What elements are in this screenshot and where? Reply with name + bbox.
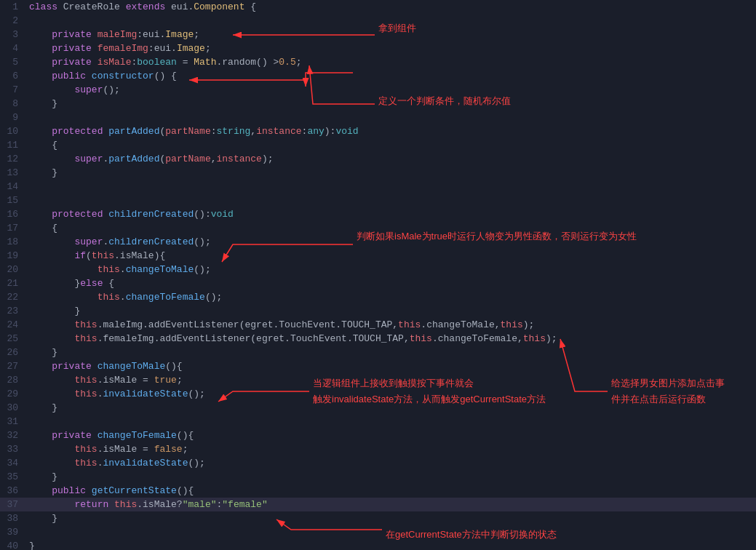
code-line: 22 this.changeToFemale();: [0, 290, 756, 304]
line-number: 28: [0, 373, 25, 387]
line-number: 34: [0, 456, 25, 470]
line-content: }: [25, 470, 756, 484]
code-line: 17 {: [0, 221, 756, 235]
line-number: 6: [0, 69, 25, 83]
code-line: 38 }: [0, 511, 756, 525]
code-line: 13 }: [0, 166, 756, 180]
code-line: 36 public getCurrentState(){: [0, 484, 756, 498]
code-line: 40}: [0, 539, 756, 550]
line-number: 31: [0, 415, 25, 429]
line-number: 9: [0, 111, 25, 124]
code-line: 33 this.isMale = false;: [0, 442, 756, 456]
line-content: this.changeToFemale();: [25, 290, 756, 304]
code-line: 28 this.isMale = true;: [0, 373, 756, 387]
code-line: 8 }: [0, 97, 756, 111]
line-number: 26: [0, 346, 25, 359]
code-line: 5 private isMale:boolean = Math.random()…: [0, 55, 756, 69]
line-content: if(this.isMale){: [25, 249, 756, 263]
line-number: 37: [0, 498, 25, 511]
code-line: 23 }: [0, 304, 756, 318]
code-line: 16 protected childrenCreated():void: [0, 207, 756, 221]
line-content: }: [25, 401, 756, 415]
line-number: 14: [0, 180, 25, 194]
line-number: 10: [0, 124, 25, 138]
code-line: 9: [0, 111, 756, 124]
line-number: 29: [0, 387, 25, 401]
line-content: this.isMale = false;: [25, 442, 756, 456]
code-line: 14: [0, 180, 756, 194]
line-content: }: [25, 511, 756, 525]
line-number: 7: [0, 83, 25, 97]
code-line: 7 super();: [0, 83, 756, 97]
code-line: 29 this.invalidateState();: [0, 387, 756, 401]
code-line: 30 }: [0, 401, 756, 415]
line-content: }: [25, 346, 756, 359]
code-line: 27 private changeToMale(){: [0, 359, 756, 373]
line-number: 17: [0, 221, 25, 235]
line-content: this.femaleImg.addEventListener(egret.To…: [25, 332, 756, 346]
line-number: 27: [0, 359, 25, 373]
code-line: 18 super.childrenCreated();: [0, 235, 756, 249]
line-content: public getCurrentState(){: [25, 484, 756, 498]
line-number: 30: [0, 401, 25, 415]
line-number: 12: [0, 152, 25, 166]
line-number: 40: [0, 539, 25, 550]
line-number: 38: [0, 511, 25, 525]
code-line: 20 this.changeToMale();: [0, 263, 756, 276]
code-line: 21 }else {: [0, 276, 756, 290]
line-number: 33: [0, 442, 25, 456]
code-line: 24 this.maleImg.addEventListener(egret.T…: [0, 318, 756, 332]
line-content: super.childrenCreated();: [25, 235, 756, 249]
line-content: super.partAdded(partName,instance);: [25, 152, 756, 166]
code-line: 34 this.invalidateState();: [0, 456, 756, 470]
code-line: 10 protected partAdded(partName:string,i…: [0, 124, 756, 138]
line-content: }: [25, 166, 756, 180]
code-line: 2: [0, 14, 756, 28]
line-number: 19: [0, 249, 25, 263]
line-content: this.invalidateState();: [25, 387, 756, 401]
line-number: 32: [0, 429, 25, 442]
code-line: 26 }: [0, 346, 756, 359]
line-number: 36: [0, 484, 25, 498]
code-line: 37 return this.isMale?"male":"female": [0, 498, 756, 511]
line-number: 1: [0, 0, 25, 14]
code-line: 39: [0, 525, 756, 539]
line-content: super();: [25, 83, 756, 97]
line-content: {: [25, 221, 756, 235]
line-content: this.maleImg.addEventListener(egret.Touc…: [25, 318, 756, 332]
code-line: 19 if(this.isMale){: [0, 249, 756, 263]
line-content: }: [25, 539, 756, 550]
line-content: private changeToMale(){: [25, 359, 756, 373]
line-number: 18: [0, 235, 25, 249]
line-content: private maleImg:eui.Image;: [25, 28, 756, 41]
line-number: 24: [0, 318, 25, 332]
line-content: class CreateRole extends eui.Component {: [25, 0, 756, 14]
line-content: }: [25, 97, 756, 111]
line-number: 16: [0, 207, 25, 221]
line-number: 35: [0, 470, 25, 484]
line-content: this.isMale = true;: [25, 373, 756, 387]
code-line: 35 }: [0, 470, 756, 484]
line-content: public constructor() {: [25, 69, 756, 83]
line-content: }else {: [25, 276, 756, 290]
line-content: protected childrenCreated():void: [25, 207, 756, 221]
line-content: return this.isMale?"male":"female": [25, 498, 756, 511]
line-number: 15: [0, 194, 25, 207]
line-number: 22: [0, 290, 25, 304]
code-line: 6 public constructor() {: [0, 69, 756, 83]
line-number: 13: [0, 166, 25, 180]
line-content: this.invalidateState();: [25, 456, 756, 470]
line-content: protected partAdded(partName:string,inst…: [25, 124, 756, 138]
code-lines: 1class CreateRole extends eui.Component …: [0, 0, 756, 550]
line-content: this.changeToMale();: [25, 263, 756, 276]
line-content: {: [25, 138, 756, 152]
code-line: 32 private changeToFemale(){: [0, 429, 756, 442]
line-number: 2: [0, 14, 25, 28]
line-content: private isMale:boolean = Math.random() >…: [25, 55, 756, 69]
code-line: 3 private maleImg:eui.Image;: [0, 28, 756, 41]
code-line: 11 {: [0, 138, 756, 152]
code-line: 31: [0, 415, 756, 429]
line-content: private femaleImg:eui.Image;: [25, 41, 756, 55]
code-line: 12 super.partAdded(partName,instance);: [0, 152, 756, 166]
code-line: 25 this.femaleImg.addEventListener(egret…: [0, 332, 756, 346]
